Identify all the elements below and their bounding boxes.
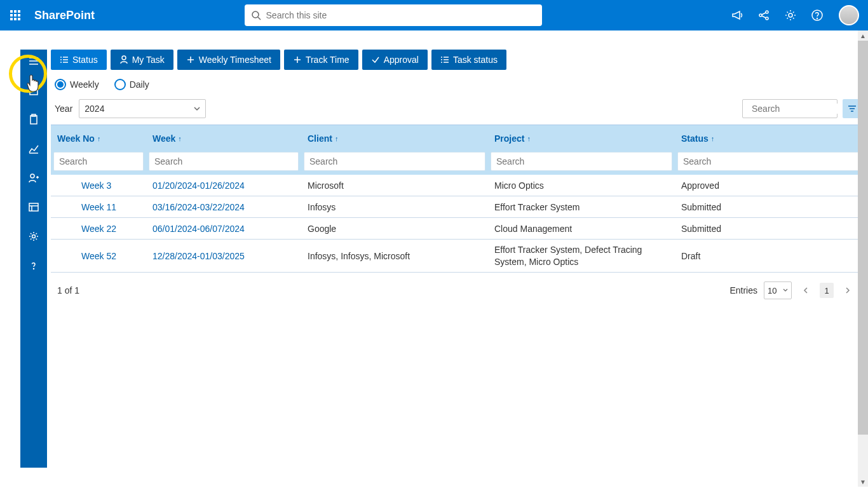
cell-status: Submitted <box>675 224 862 234</box>
search-client[interactable] <box>304 152 485 171</box>
sort-asc-icon: ↑ <box>97 135 101 142</box>
settings-icon[interactable] <box>783 8 798 23</box>
approval-button[interactable]: Approval <box>362 50 428 70</box>
timesheet-grid: Week No↑ Week↑ Client↑ Project↑ Status↑ … <box>51 125 862 273</box>
megaphone-icon[interactable] <box>729 8 745 23</box>
top-icons <box>729 5 859 25</box>
filter-icon <box>847 104 857 114</box>
track-time-button[interactable]: Track Time <box>284 50 358 70</box>
svg-point-11 <box>759 14 762 17</box>
search-wrap <box>245 4 542 26</box>
col-project[interactable]: Project↑ <box>488 133 675 144</box>
plus-icon <box>186 55 195 64</box>
prev-page-button[interactable] <box>798 283 813 298</box>
my-task-button[interactable]: My Task <box>111 50 173 70</box>
col-week-label: Week <box>153 133 175 144</box>
col-status[interactable]: Status↑ <box>675 133 862 144</box>
search-project[interactable] <box>491 152 672 171</box>
sidebar-menu-icon[interactable] <box>26 53 41 69</box>
cell-client: Google <box>301 224 488 234</box>
sidebar-gear-icon[interactable] <box>26 229 41 244</box>
col-status-label: Status <box>681 133 709 144</box>
cell-week-no[interactable]: Week 22 <box>51 224 146 234</box>
status-button[interactable]: Status <box>51 50 107 70</box>
search-icon <box>251 10 261 20</box>
sidebar-layout-icon[interactable] <box>26 200 41 215</box>
scroll-down-icon[interactable]: ▼ <box>858 477 868 487</box>
help-icon[interactable] <box>810 8 825 23</box>
svg-rect-4 <box>14 14 17 17</box>
my-task-label: My Task <box>132 55 165 65</box>
svg-rect-22 <box>31 116 37 124</box>
page-size-select[interactable]: 10 <box>764 281 792 299</box>
sidebar-home-icon[interactable] <box>26 83 41 98</box>
cell-week[interactable]: 01/20/2024-01/26/2024 <box>146 180 301 191</box>
cell-project: Effort Tracker System, Defect Tracing Sy… <box>488 244 675 267</box>
cell-week[interactable]: 12/28/2024-01/03/2025 <box>146 251 301 261</box>
scrollbar[interactable]: ▲ ▼ <box>858 30 868 487</box>
cell-status: Submitted <box>675 202 862 212</box>
svg-rect-25 <box>29 203 38 211</box>
status-label: Status <box>72 55 98 65</box>
entries-label: Entries <box>729 285 757 295</box>
svg-line-14 <box>762 13 766 15</box>
col-week[interactable]: Week↑ <box>146 133 301 144</box>
approval-label: Approval <box>384 55 419 65</box>
pager-right: Entries 10 1 <box>729 281 855 299</box>
weekly-timesheet-label: Weekly Timesheet <box>199 55 271 65</box>
cell-week-no[interactable]: Week 3 <box>51 180 146 191</box>
toolbar: Status My Task Weekly Timesheet Track Ti… <box>51 50 862 70</box>
scroll-up-icon[interactable]: ▲ <box>858 30 868 41</box>
next-page-button[interactable] <box>840 283 855 298</box>
search-week[interactable] <box>149 152 299 171</box>
scroll-thumb[interactable] <box>858 41 868 435</box>
chevron-left-icon <box>803 287 809 294</box>
cell-week[interactable]: 03/16/2024-03/22/2024 <box>146 202 301 212</box>
page-number[interactable]: 1 <box>820 283 834 298</box>
table-row: Week 11 03/16/2024-03/22/2024 Infosys Ef… <box>51 196 862 218</box>
svg-point-9 <box>252 11 259 18</box>
weekly-timesheet-button[interactable]: Weekly Timesheet <box>177 50 280 70</box>
chevron-down-icon <box>783 288 788 293</box>
grid-header: Week No↑ Week↑ Client↑ Project↑ Status↑ <box>51 125 862 152</box>
grid-search[interactable] <box>742 99 837 118</box>
weekly-radio[interactable]: Weekly <box>55 79 99 90</box>
site-search-input[interactable] <box>266 10 536 20</box>
year-row: Year 2024 <box>51 99 862 118</box>
task-status-button[interactable]: Task status <box>431 50 506 70</box>
svg-line-15 <box>762 16 766 18</box>
track-time-label: Track Time <box>306 55 349 65</box>
cell-week-no[interactable]: Week 52 <box>51 251 146 261</box>
list-icon <box>60 55 69 64</box>
year-select[interactable]: 2024 <box>79 99 206 118</box>
svg-rect-6 <box>10 18 13 20</box>
sidebar-chart-icon[interactable] <box>26 141 41 156</box>
svg-rect-7 <box>14 18 17 20</box>
site-search[interactable] <box>245 4 542 26</box>
svg-point-29 <box>34 269 34 269</box>
year-label: Year <box>55 104 72 114</box>
col-week-no[interactable]: Week No↑ <box>51 133 146 144</box>
app-launcher-icon[interactable] <box>5 5 25 25</box>
sort-asc-icon: ↑ <box>335 135 339 142</box>
daily-label: Daily <box>130 79 149 90</box>
user-avatar[interactable] <box>839 5 859 25</box>
col-client[interactable]: Client↑ <box>301 133 488 144</box>
cell-client: Infosys <box>301 202 488 212</box>
daily-radio[interactable]: Daily <box>114 79 149 90</box>
search-status[interactable] <box>677 152 859 171</box>
cell-project: Micro Optics <box>488 180 675 191</box>
svg-point-16 <box>789 13 792 17</box>
cell-week[interactable]: 06/01/2024-06/07/2024 <box>146 224 301 234</box>
sidebar-clipboard-icon[interactable] <box>26 112 41 127</box>
sidebar-help-icon[interactable] <box>26 258 41 273</box>
search-week-no[interactable] <box>53 152 144 171</box>
sidebar-people-icon[interactable] <box>26 170 41 186</box>
svg-point-24 <box>31 174 34 178</box>
sidebar <box>20 50 47 468</box>
cell-week-no[interactable]: Week 11 <box>51 202 146 212</box>
col-week-no-label: Week No <box>57 133 95 144</box>
cell-project: Effort Tracker System <box>488 202 675 212</box>
svg-point-12 <box>766 11 768 13</box>
share-icon[interactable] <box>756 8 771 23</box>
